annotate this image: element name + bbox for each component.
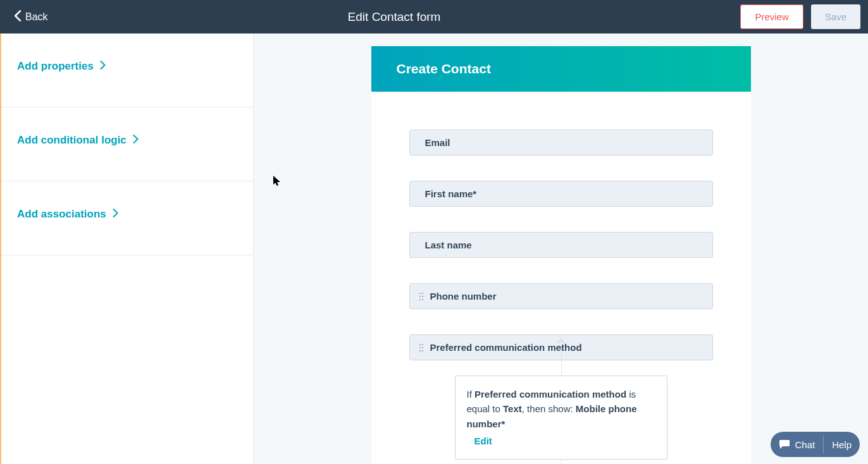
svg-point-9 (422, 347, 423, 348)
form-card: Create Contact Email First name* Last na… (371, 46, 751, 464)
svg-point-4 (419, 299, 421, 300)
conditional-logic-block: If Preferred communication method is equ… (409, 360, 713, 460)
sidebar-item-add-conditional-logic[interactable]: Add conditional logic (1, 107, 253, 181)
chat-button[interactable]: Chat (771, 432, 823, 457)
field-label: Email (425, 137, 450, 148)
chevron-right-icon (133, 134, 139, 147)
svg-point-3 (422, 296, 423, 297)
sidebar-item-label: Add conditional logic (17, 134, 127, 147)
top-bar: Back Edit Contact form Preview Save (0, 0, 868, 34)
chevron-right-icon (100, 60, 106, 73)
cond-text-prefix: If (467, 389, 475, 400)
chat-label: Chat (795, 439, 815, 450)
preview-button[interactable]: Preview (740, 4, 803, 29)
svg-point-10 (419, 350, 421, 351)
form-field-email[interactable]: Email (409, 130, 713, 156)
help-label: Help (832, 439, 852, 450)
sidebar-item-add-associations[interactable]: Add associations (1, 181, 253, 255)
svg-point-11 (422, 350, 423, 351)
svg-point-7 (422, 344, 423, 345)
chevron-left-icon (14, 10, 22, 24)
svg-point-0 (419, 293, 421, 294)
back-label: Back (25, 11, 48, 23)
save-button: Save (811, 4, 860, 29)
cond-text-mid2: , then show: (522, 403, 576, 414)
svg-point-8 (419, 347, 421, 348)
chevron-up-icon (557, 335, 566, 346)
main: Add properties Add conditional logic Add… (0, 34, 868, 464)
cond-property: Preferred communication method (474, 389, 626, 400)
svg-point-6 (419, 344, 421, 345)
form-body: Email First name* Last name Phone number (371, 92, 751, 464)
form-field-last-name[interactable]: Last name (409, 232, 713, 258)
svg-point-2 (419, 296, 421, 297)
cond-value: Text (503, 403, 522, 414)
form-field-first-name[interactable]: First name* (409, 181, 713, 207)
svg-point-5 (422, 299, 423, 300)
back-button[interactable]: Back (14, 10, 48, 24)
svg-point-1 (422, 293, 423, 294)
form-field-phone-number[interactable]: Phone number (409, 283, 713, 309)
sidebar-item-label: Add associations (17, 208, 106, 221)
field-label: Last name (425, 240, 472, 250)
field-label: First name* (425, 188, 477, 199)
drag-handle-icon[interactable] (419, 292, 424, 301)
conditional-rule-card[interactable]: If Preferred communication method is equ… (455, 375, 667, 460)
chat-icon (779, 439, 790, 449)
edit-conditional-link[interactable]: Edit (474, 434, 492, 448)
help-widget: Chat Help (771, 432, 860, 457)
top-actions: Preview Save (740, 4, 860, 29)
help-button[interactable]: Help (824, 432, 860, 457)
page-title: Edit Contact form (348, 10, 441, 24)
connector-line (561, 460, 562, 464)
form-title: Create Contact (371, 46, 751, 92)
chevron-right-icon (113, 208, 118, 221)
sidebar: Add properties Add conditional logic Add… (0, 34, 254, 464)
sidebar-item-label: Add properties (17, 60, 94, 73)
sidebar-item-add-properties[interactable]: Add properties (1, 34, 253, 107)
form-canvas: Create Contact Email First name* Last na… (254, 34, 868, 464)
drag-handle-icon[interactable] (419, 343, 424, 352)
field-label: Phone number (430, 291, 497, 302)
